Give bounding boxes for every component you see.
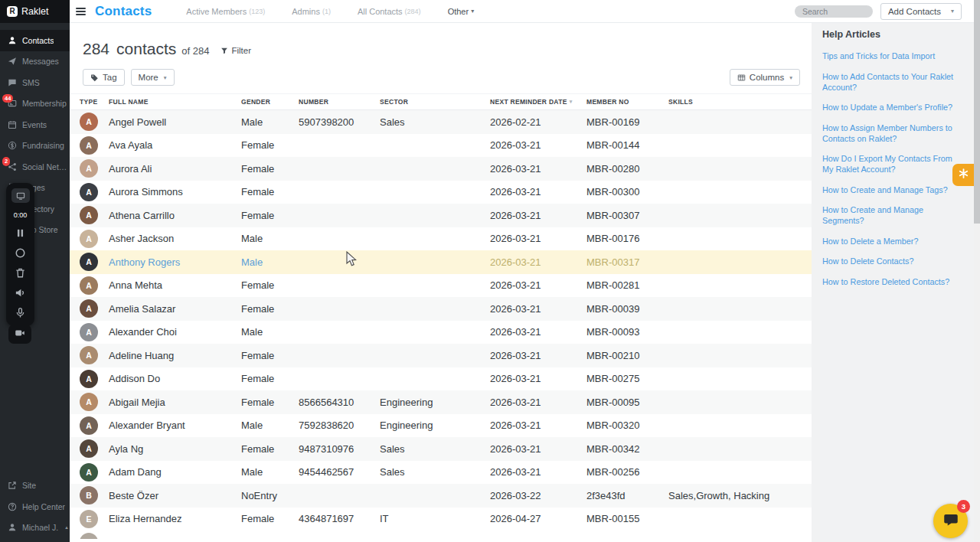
help-article-link[interactable]: How to Add Contacts to Your Raklet Accou… (822, 71, 963, 93)
table-row[interactable]: A Angel Powell Male 5907398200 Sales 202… (70, 110, 812, 134)
contact-name-link[interactable]: Abigail Mejia (109, 397, 241, 408)
contact-name-link[interactable]: Adam Dang (109, 466, 241, 478)
pause-icon[interactable] (15, 227, 26, 239)
sidebar-bottom-item[interactable]: Michael J. ▴ (0, 518, 70, 539)
menu-toggle-icon[interactable] (76, 8, 86, 15)
brand-logo[interactable]: R Raklet (0, 0, 70, 23)
scrollbar-thumb[interactable] (974, 0, 980, 224)
table-row[interactable]: A Anna Mehta Female 2026-03-21 MBR-00281 (70, 274, 812, 298)
help-article-link[interactable]: How to Create and Manage Segments? (822, 204, 963, 226)
column-header-label: NUMBER (299, 98, 328, 106)
top-nav-link[interactable]: Active Members (123) (186, 7, 272, 16)
table-row[interactable]: E Eliza Hernandez Female 4364871697 IT 2… (70, 508, 812, 531)
contact-name-link[interactable]: Alexander Choi (109, 326, 241, 338)
feedback-widget-tab[interactable] (952, 164, 974, 186)
help-article-link[interactable]: Tips and Tricks for Data Import (822, 51, 963, 61)
table-row[interactable]: A Asher Jackson Male 2026-03-21 MBR-0017… (70, 227, 812, 251)
add-contacts-button[interactable]: Add Contacts ▾ (880, 3, 962, 20)
help-article-link[interactable]: How to Delete Contacts? (822, 256, 963, 266)
column-header[interactable]: NUMBER (299, 98, 380, 106)
chat-launcher-button[interactable]: 3 (933, 504, 968, 538)
table-row[interactable]: A Alexander Choi Male 2026-03-21 MBR-000… (70, 321, 812, 344)
table-row[interactable]: A Ava Ayala Female 2026-03-21 MBR-00144 (70, 134, 812, 158)
more-button[interactable]: More ▾ (131, 69, 175, 86)
top-nav-link[interactable]: All Contacts (284) (358, 7, 428, 16)
mic-icon[interactable] (15, 307, 26, 318)
chat-unread-badge: 3 (957, 500, 970, 513)
contact-name-link[interactable]: Aurora Ali (109, 163, 241, 175)
sidebar-item-icon (8, 481, 17, 490)
column-header[interactable]: TYPE (80, 98, 109, 106)
column-header[interactable]: SECTOR (380, 98, 490, 106)
contact-name-link[interactable]: Asher Jackson (109, 233, 241, 244)
table-row[interactable]: A Alexander Bryant Male 7592838620 Engin… (70, 414, 812, 438)
tag-button[interactable]: Tag (83, 69, 125, 86)
sidebar-item[interactable]: SMS (0, 72, 70, 93)
contact-name-link[interactable]: Beste Özer (109, 490, 241, 501)
reminder-date-cell: 2026-03-21 (490, 210, 586, 221)
contact-name-link[interactable]: Anthony Rogers (109, 256, 241, 268)
help-article-link[interactable]: How to Assign Member Numbers to Contacts… (822, 122, 963, 144)
sidebar-item[interactable]: 44 Membership (0, 93, 70, 115)
contact-name-link[interactable]: Anna Mehta (109, 279, 241, 291)
contact-name-link[interactable]: Eliza Hernandez (109, 513, 241, 524)
table-row[interactable]: A Aurora Ali Female 2026-03-21 MBR-00280 (70, 157, 812, 181)
contacts-total: of 284 (181, 45, 209, 57)
column-header[interactable]: GENDER (241, 98, 299, 106)
top-nav-link[interactable]: Other ▾ (448, 7, 475, 16)
sidebar-item-icon (8, 141, 17, 150)
table-row[interactable]: A Amelia Salazar Female 2026-03-21 MBR-0… (70, 297, 812, 321)
sidebar-item[interactable]: 2 Social Netw... (0, 156, 70, 178)
contact-name-link[interactable]: Athena Carrillo (109, 210, 241, 221)
column-header[interactable]: FULL NAME (109, 98, 241, 106)
column-header[interactable]: SKILLS (668, 98, 812, 106)
table-row[interactable]: A Adam Dang Male 9454462567 Sales 2026-0… (70, 461, 812, 485)
sidebar-item[interactable]: Fundraising (0, 136, 70, 157)
sidebar-bottom-item[interactable]: Help Center (0, 496, 70, 518)
contact-name-link[interactable]: Angel Powell (109, 116, 241, 128)
table-row[interactable]: A Adeline Huang Female 2026-03-21 MBR-00… (70, 344, 812, 367)
speaker-icon[interactable] (15, 287, 26, 299)
table-row[interactable]: A Aurora Simmons Female 2026-03-21 MBR-0… (70, 181, 812, 204)
contact-name-link[interactable]: Amelia Salazar (109, 303, 241, 315)
trash-icon[interactable] (15, 267, 26, 279)
sidebar-item[interactable]: Contacts (0, 30, 70, 51)
table-row[interactable]: A Athena Carrillo Female 2026-03-21 MBR-… (70, 204, 812, 227)
record-icon[interactable] (15, 247, 26, 259)
help-article-link[interactable]: How to Create and Manage Tags? (822, 184, 963, 195)
type-cell: A (80, 393, 109, 411)
top-nav-link[interactable]: Admins (1) (292, 7, 338, 16)
recording-timer: 0:00 (14, 211, 28, 219)
topbar: R Raklet Contacts Active Members (123) A… (0, 0, 980, 23)
avatar: A (80, 463, 98, 482)
table-row[interactable]: A Addison Do Female 2026-03-21 MBR-00275 (70, 367, 812, 391)
columns-button[interactable]: Columns ▾ (730, 69, 800, 86)
contact-name-link[interactable]: Ayla Ng (109, 443, 241, 455)
column-header[interactable]: NEXT REMINDER DATE ▾ (490, 98, 586, 106)
page-title: Contacts (95, 4, 152, 19)
monitor-icon[interactable] (11, 188, 30, 203)
sidebar-bottom-item[interactable]: Site (0, 475, 70, 497)
help-article-link[interactable]: How Do I Export My Contacts From My Rakl… (822, 153, 963, 175)
help-article-link[interactable]: How to Delete a Member? (822, 236, 963, 247)
column-header[interactable]: MEMBER NO (586, 98, 668, 106)
type-cell: A (80, 323, 109, 341)
sidebar-item[interactable]: Messages (0, 51, 70, 73)
help-article-link[interactable]: How to Restore Deleted Contacts? (822, 276, 963, 287)
contact-name-link[interactable]: Adeline Huang (109, 350, 241, 361)
filter-button[interactable]: Filter (220, 46, 251, 55)
contact-name-link[interactable]: Addison Do (109, 373, 241, 384)
contact-name-link[interactable]: Ava Ayala (109, 139, 241, 151)
number-cell: 8566564310 (299, 397, 380, 408)
table-row[interactable]: B Beste Özer NoEntry 2026-03-22 2f3e43fd… (70, 484, 812, 508)
contact-name-link[interactable]: Aurora Simmons (109, 186, 241, 198)
table-row[interactable]: A Abigail Mejia Female 8566564310 Engine… (70, 390, 812, 414)
chevron-down-icon: ▾ (789, 74, 792, 81)
table-row[interactable]: A Ayla Ng Female 9487310976 Sales 2026-0… (70, 437, 812, 461)
camera-widget[interactable] (8, 325, 31, 344)
search-input[interactable] (795, 5, 873, 18)
help-article-link[interactable]: How to Update a Member's Profile? (822, 102, 963, 113)
table-row[interactable]: A Anthony Rogers Male 2026-03-21 MBR-003… (70, 250, 812, 274)
contact-name-link[interactable]: Alexander Bryant (109, 420, 241, 431)
sidebar-item[interactable]: Events (0, 114, 70, 136)
